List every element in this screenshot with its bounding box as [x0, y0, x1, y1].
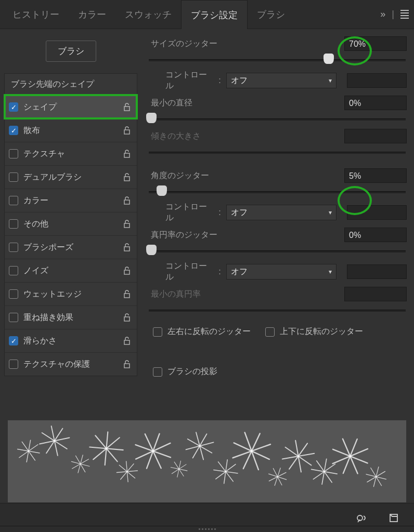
sidebar-item-label: シェイプ — [23, 102, 117, 113]
checkbox-flip-y[interactable] — [265, 327, 275, 337]
min-roundness-value: . — [344, 287, 407, 301]
tab-brushes[interactable]: ブラシ — [248, 0, 294, 29]
angle-jitter-value[interactable]: 5% — [344, 168, 407, 183]
select-value: オフ — [231, 75, 248, 86]
checkbox-color[interactable] — [9, 196, 18, 205]
colon-separator: : — [218, 267, 221, 276]
sidebar-item-build-up[interactable]: 重ね描き効果 — [5, 305, 137, 329]
lock-icon[interactable] — [122, 265, 132, 276]
roundness-jitter-control-select[interactable]: オフ ▾ — [226, 264, 337, 280]
size-jitter-value[interactable]: 70% — [344, 36, 407, 51]
tab-color[interactable]: カラー — [69, 0, 115, 29]
sidebar-item-label: テクスチャの保護 — [23, 359, 117, 370]
checkbox-noise[interactable] — [9, 266, 18, 275]
size-jitter-control-select[interactable]: オフ ▾ — [226, 73, 337, 88]
lock-icon[interactable] — [122, 242, 132, 252]
new-preset-icon[interactable] — [387, 511, 400, 525]
sidebar-item-color-dynamics[interactable]: カラー — [5, 189, 137, 212]
expand-tabs-icon[interactable]: » — [380, 9, 385, 20]
lock-icon[interactable] — [122, 336, 132, 346]
select-value: オフ — [231, 267, 248, 277]
brush-tip-shape-header[interactable]: ブラシ先端のシェイプ — [5, 74, 137, 95]
control-label: コントロール — [165, 261, 213, 283]
sidebar-item-protect-texture[interactable]: テクスチャの保護 — [5, 352, 137, 376]
sidebar-item-smoothing[interactable]: 滑らかさ — [5, 329, 137, 352]
sidebar-item-other[interactable]: その他 — [5, 212, 137, 235]
sidebar-item-label: 散布 — [23, 125, 117, 136]
checkbox-protect-texture[interactable] — [9, 360, 18, 369]
toggle-live-preview-icon[interactable] — [356, 511, 369, 525]
angle-jitter-control-select[interactable]: オフ ▾ — [226, 205, 337, 220]
lock-icon[interactable] — [122, 195, 132, 206]
brush-settings-sidebar: ブラシ ブラシ先端のシェイプ シェイプ 散布 テクスチャ — [0, 29, 141, 418]
angle-jitter-label: 角度のジッター — [148, 170, 344, 181]
sidebar-item-label: その他 — [23, 219, 117, 230]
tilt-scale-label: 傾きの大きさ — [148, 131, 344, 142]
tilt-scale-slider — [149, 148, 406, 158]
checkbox-brush-pose[interactable] — [9, 243, 18, 252]
checkbox-smoothing[interactable] — [9, 336, 18, 345]
sidebar-item-wet-edges[interactable]: ウェットエッジ — [5, 282, 137, 305]
colon-separator: : — [218, 76, 221, 85]
tilt-scale-value: . — [344, 129, 407, 143]
min-diameter-value[interactable]: 0% — [344, 96, 407, 110]
min-roundness-slider — [149, 305, 406, 316]
size-jitter-slider[interactable] — [149, 55, 406, 65]
checkbox-scattering[interactable] — [9, 126, 18, 135]
brush-button[interactable]: ブラシ — [46, 41, 96, 62]
sidebar-item-label: 重ね描き効果 — [23, 312, 117, 323]
flip-x-jitter[interactable]: 左右に反転のジッター — [153, 326, 251, 337]
select-value: オフ — [231, 207, 248, 218]
checkbox-wet-edges[interactable] — [9, 289, 18, 299]
roundness-jitter-value[interactable]: 0% — [344, 228, 407, 242]
sidebar-item-texture[interactable]: テクスチャ — [5, 142, 137, 165]
separator: | — [392, 9, 394, 20]
flip-y-label: 上下に反転のジッター — [280, 326, 363, 337]
control-aux-box — [347, 205, 407, 220]
chevron-down-icon: ▾ — [329, 209, 332, 216]
min-diameter-slider[interactable] — [149, 114, 406, 125]
tab-swatches[interactable]: スウォッチ — [115, 0, 181, 29]
lock-icon[interactable] — [122, 125, 132, 136]
control-aux-box — [347, 264, 407, 279]
sidebar-item-shape[interactable]: シェイプ — [5, 95, 137, 118]
sidebar-item-brush-pose[interactable]: ブラシポーズ — [5, 235, 137, 259]
brush-projection[interactable]: ブラシの投影 — [153, 366, 217, 377]
lock-icon[interactable] — [122, 172, 132, 182]
lock-icon[interactable] — [122, 359, 132, 369]
chevron-down-icon: ▾ — [329, 268, 332, 275]
resize-grip[interactable] — [0, 526, 414, 532]
sidebar-item-label: デュアルブラシ — [23, 172, 117, 183]
control-aux-box — [347, 73, 407, 88]
tabs-bar: ヒストリー カラー スウォッチ ブラシ設定 ブラシ » | — [0, 0, 414, 29]
roundness-jitter-slider[interactable] — [149, 246, 406, 257]
chevron-down-icon: ▾ — [329, 77, 332, 84]
lock-icon[interactable] — [122, 102, 132, 112]
checkbox-flip-x[interactable] — [153, 327, 162, 337]
lock-icon[interactable] — [122, 219, 132, 229]
panel-menu-icon[interactable] — [400, 10, 409, 19]
flip-x-label: 左右に反転のジッター — [167, 326, 251, 337]
lock-icon[interactable] — [122, 312, 132, 323]
checkbox-build-up[interactable] — [9, 313, 18, 322]
control-label: コントロール — [165, 202, 213, 223]
lock-icon[interactable] — [122, 149, 132, 159]
sidebar-item-label: 滑らかさ — [23, 336, 117, 347]
sidebar-item-dual-brush[interactable]: デュアルブラシ — [5, 165, 137, 189]
checkbox-shape[interactable] — [9, 102, 18, 112]
tab-brush-settings[interactable]: ブラシ設定 — [181, 0, 248, 29]
checkbox-other[interactable] — [9, 219, 18, 229]
size-jitter-label: サイズのジッター — [148, 38, 344, 49]
angle-jitter-slider[interactable] — [149, 187, 406, 197]
roundness-jitter-label: 真円率のジッター — [148, 230, 344, 241]
checkbox-brush-projection[interactable] — [153, 367, 162, 377]
sidebar-item-noise[interactable]: ノイズ — [5, 259, 137, 282]
sidebar-item-scattering[interactable]: 散布 — [5, 118, 137, 142]
checkbox-dual-brush[interactable] — [9, 172, 18, 182]
control-label: コントロール — [165, 70, 213, 91]
flip-y-jitter[interactable]: 上下に反転のジッター — [265, 326, 363, 337]
sidebar-item-label: カラー — [23, 195, 117, 206]
tab-history[interactable]: ヒストリー — [3, 0, 69, 29]
lock-icon[interactable] — [122, 289, 132, 299]
checkbox-texture[interactable] — [9, 149, 18, 158]
